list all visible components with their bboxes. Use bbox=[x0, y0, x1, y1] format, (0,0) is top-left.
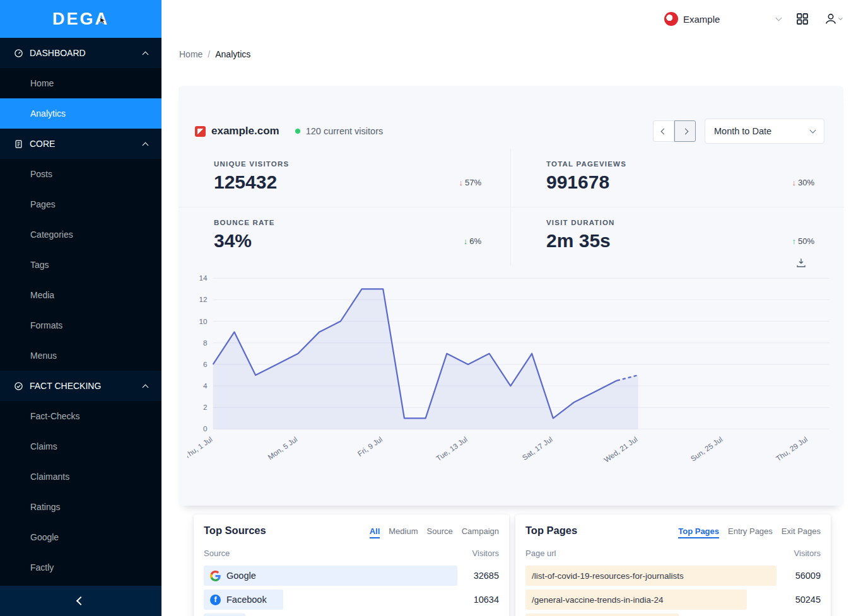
tab-campaign[interactable]: Campaign bbox=[462, 526, 499, 538]
sources-tabs: All Medium Source Campaign bbox=[370, 526, 499, 538]
chevron-up-icon bbox=[143, 142, 149, 148]
sidebar-item-categories[interactable]: Categories bbox=[0, 219, 161, 250]
page-url-text: /list-of-covid-19-resources-for-journali… bbox=[532, 571, 684, 581]
next-period-button[interactable] bbox=[674, 120, 696, 142]
site-info: example.com 120 current visitors bbox=[195, 125, 383, 137]
org-switcher[interactable]: Example bbox=[664, 12, 781, 26]
visitors-value: 10634 bbox=[474, 595, 499, 605]
breadcrumb-separator: / bbox=[208, 49, 210, 59]
visitors-chart-svg: 02468101214Thu, 1 JulMon, 5 JulFri, 9 Ju… bbox=[187, 270, 836, 479]
sidebar-item-google[interactable]: Google bbox=[0, 522, 161, 552]
column-visitors: Visitors bbox=[472, 549, 499, 558]
menu-item-label: Categories bbox=[30, 230, 73, 240]
breadcrumb: Home / Analytics bbox=[161, 38, 856, 67]
stat-label: UNIQUE VISITORS bbox=[214, 160, 481, 168]
sidebar-section-dashboard[interactable]: DASHBOARD bbox=[0, 38, 161, 68]
panel-controls: Month to Date bbox=[653, 119, 824, 144]
org-name: Example bbox=[683, 14, 720, 25]
download-button[interactable] bbox=[795, 257, 807, 269]
sidebar-item-analytics[interactable]: Analytics bbox=[0, 98, 161, 129]
sidebar-item-tags[interactable]: Tags bbox=[0, 250, 161, 280]
visitors-value: 50245 bbox=[795, 595, 821, 605]
tab-medium[interactable]: Medium bbox=[389, 526, 418, 538]
user-menu[interactable] bbox=[824, 12, 842, 26]
sidebar-collapse-button[interactable] bbox=[0, 586, 161, 616]
menu-item-label: Fact-Checks bbox=[30, 411, 80, 421]
content: example.com 120 current visitors Month t… bbox=[161, 67, 856, 616]
apps-grid-button[interactable] bbox=[796, 13, 809, 25]
sidebar-item-ratings[interactable]: Ratings bbox=[0, 492, 161, 522]
date-range-select[interactable]: Month to Date bbox=[705, 119, 824, 144]
svg-text:Fri, 9 Jul: Fri, 9 Jul bbox=[356, 435, 384, 458]
arrow-down-icon: ↓ bbox=[792, 178, 796, 187]
table-header: Source Visitors bbox=[204, 549, 499, 558]
menu-item-label: Analytics bbox=[30, 108, 66, 119]
section-label: CORE bbox=[30, 139, 55, 149]
stat-unique-visitors: UNIQUE VISITORS 125432 ↓57% bbox=[179, 149, 511, 207]
table-row[interactable]: /general-vaccine-trends-in-india-24 5024… bbox=[525, 588, 821, 611]
menu-item-label: Google bbox=[30, 532, 59, 542]
sidebar-item-home[interactable]: Home bbox=[0, 68, 161, 98]
menu-item-label: Menus bbox=[30, 351, 57, 361]
prev-period-button[interactable] bbox=[653, 120, 674, 142]
table-row[interactable] bbox=[204, 612, 499, 616]
sidebar-item-factly[interactable]: Factly bbox=[0, 552, 161, 583]
user-icon bbox=[824, 12, 838, 26]
stat-value: 34% bbox=[214, 230, 252, 252]
svg-text:Sat, 17 Jul: Sat, 17 Jul bbox=[520, 435, 554, 462]
arrow-down-icon: ↓ bbox=[459, 178, 463, 187]
panel-header: example.com 120 current visitors Month t… bbox=[179, 86, 843, 144]
sidebar-item-fact-checks[interactable]: Fact-Checks bbox=[0, 401, 161, 431]
row-bar bbox=[525, 613, 679, 616]
source-label: Google bbox=[204, 571, 256, 581]
tab-entry-pages[interactable]: Entry Pages bbox=[728, 526, 773, 538]
source-label: Facebook bbox=[204, 595, 267, 605]
tab-exit-pages[interactable]: Exit Pages bbox=[782, 526, 821, 538]
card-header: Top Pages Top Pages Entry Pages Exit Pag… bbox=[525, 525, 821, 538]
sidebar-section-core[interactable]: CORE bbox=[0, 129, 161, 159]
visitors-value: 32685 bbox=[474, 571, 499, 581]
svg-text:Sun, 25 Jul: Sun, 25 Jul bbox=[689, 435, 724, 463]
table-row[interactable]: Facebook 10634 bbox=[204, 588, 499, 611]
svg-text:6: 6 bbox=[203, 360, 208, 368]
current-visitors: 120 current visitors bbox=[306, 126, 384, 136]
sidebar-item-media[interactable]: Media bbox=[0, 280, 161, 310]
menu-item-label: Posts bbox=[30, 169, 52, 179]
visitors-chart: 02468101214Thu, 1 JulMon, 5 JulFri, 9 Ju… bbox=[179, 265, 843, 479]
page-url-text: /general-vaccine-trends-in-india-24 bbox=[532, 595, 664, 605]
svg-text:12: 12 bbox=[199, 295, 208, 303]
menu-item-label: Factly bbox=[30, 562, 54, 572]
source-name: Google bbox=[226, 571, 256, 581]
sidebar-item-pages[interactable]: Pages bbox=[0, 189, 161, 219]
chevron-left-icon bbox=[76, 596, 85, 605]
table-row[interactable]: /list-of-covid-19-resources-for-journali… bbox=[525, 564, 821, 587]
stat-delta-value: 57% bbox=[465, 178, 481, 187]
menu-item-label: Claims bbox=[30, 441, 57, 451]
sidebar-item-formats[interactable]: Formats bbox=[0, 310, 161, 340]
column-visitors: Visitors bbox=[794, 549, 821, 558]
sidebar-item-claims[interactable]: Claims bbox=[0, 431, 161, 462]
arrow-up-icon: ↑ bbox=[792, 236, 796, 246]
sidebar-item-posts[interactable]: Posts bbox=[0, 159, 161, 189]
table-row[interactable]: Google 32685 bbox=[204, 564, 499, 587]
bottom-cards: Top Sources All Medium Source Campaign S… bbox=[194, 514, 831, 616]
card-title: Top Sources bbox=[204, 525, 266, 537]
stat-delta-value: 50% bbox=[798, 236, 814, 246]
card-title: Top Pages bbox=[525, 525, 577, 537]
app-logo[interactable]: DEGA bbox=[0, 0, 161, 38]
sidebar-item-menus[interactable]: Menus bbox=[0, 340, 161, 371]
stat-delta-value: 30% bbox=[798, 178, 814, 187]
tab-all[interactable]: All bbox=[370, 526, 380, 538]
core-icon bbox=[14, 139, 23, 149]
stat-bounce-rate: BOUNCE RATE 34% ↓6% bbox=[179, 207, 511, 265]
date-range-value: Month to Date bbox=[714, 126, 771, 136]
breadcrumb-home[interactable]: Home bbox=[179, 49, 202, 59]
main-area: Example Home / Analytics exam bbox=[161, 0, 856, 616]
svg-text:Thu, 29 Jul: Thu, 29 Jul bbox=[774, 435, 809, 463]
tab-top-pages[interactable]: Top Pages bbox=[678, 526, 719, 538]
tab-source[interactable]: Source bbox=[427, 526, 453, 538]
stat-label: TOTAL PAGEVIEWS bbox=[546, 160, 814, 168]
sidebar-section-fact-checking[interactable]: FACT CHECKING bbox=[0, 371, 161, 401]
table-row[interactable] bbox=[525, 612, 821, 616]
sidebar-item-claimants[interactable]: Claimants bbox=[0, 462, 161, 492]
